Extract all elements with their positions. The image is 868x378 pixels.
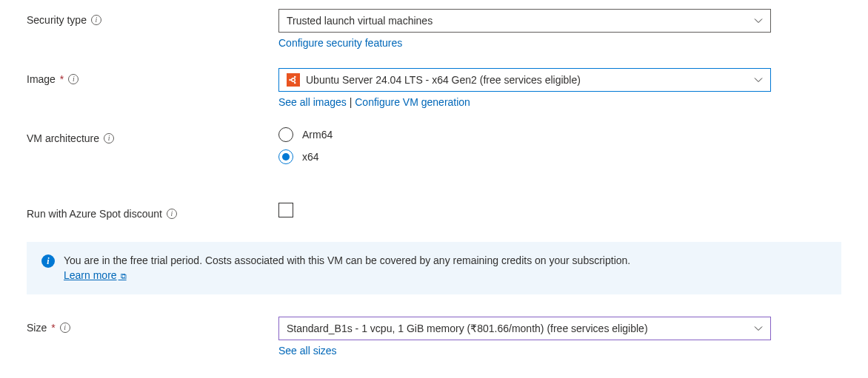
vm-arch-label: VM architecture [27,132,99,144]
vm-arch-radio-group: Arm64 x64 [278,127,771,164]
info-badge-icon: i [41,254,55,268]
learn-more-link[interactable]: Learn more ⧉ [64,269,127,281]
spot-checkbox[interactable] [278,203,293,217]
size-value: Standard_B1s - 1 vcpu, 1 GiB memory (₹80… [287,323,648,334]
info-icon[interactable]: i [167,209,177,219]
ubuntu-icon [287,73,300,87]
vm-arch-radio-arm64[interactable]: Arm64 [278,127,771,142]
security-type-label: Security type [27,14,87,26]
radio-icon [278,127,293,142]
info-icon[interactable]: i [104,133,114,144]
configure-vm-gen-link[interactable]: Configure VM generation [355,96,470,108]
radio-label: Arm64 [302,129,333,141]
required-asterisk: * [51,322,55,334]
spot-label: Run with Azure Spot discount [27,208,162,220]
size-select[interactable]: Standard_B1s - 1 vcpu, 1 GiB memory (₹80… [278,317,771,340]
info-icon[interactable]: i [60,323,70,333]
image-select[interactable]: Ubuntu Server 24.04 LTS - x64 Gen2 (free… [278,68,771,92]
image-label: Image [27,73,56,85]
configure-security-link[interactable]: Configure security features [278,37,402,49]
svg-point-3 [294,82,296,84]
chevron-down-icon [754,324,763,333]
vm-arch-radio-x64[interactable]: x64 [278,149,771,164]
see-all-sizes-link[interactable]: See all sizes [278,345,337,357]
required-asterisk: * [60,73,64,85]
radio-icon [278,149,293,164]
security-type-value: Trusted launch virtual machines [287,15,433,27]
svg-point-2 [294,76,296,78]
free-trial-banner: i You are in the free trial period. Cost… [27,242,841,294]
info-icon[interactable]: i [68,74,79,84]
see-all-images-link[interactable]: See all images [278,96,347,108]
info-icon[interactable]: i [91,15,101,25]
external-link-icon: ⧉ [118,271,127,280]
radio-label: x64 [302,151,319,163]
image-value: Ubuntu Server 24.04 LTS - x64 Gen2 (free… [306,74,581,86]
svg-point-0 [292,78,296,82]
svg-point-1 [289,79,291,81]
chevron-down-icon [754,16,763,25]
size-label: Size [27,322,47,334]
security-type-select[interactable]: Trusted launch virtual machines [278,9,771,33]
banner-text: You are in the free trial period. Costs … [64,254,630,266]
chevron-down-icon [754,75,763,84]
